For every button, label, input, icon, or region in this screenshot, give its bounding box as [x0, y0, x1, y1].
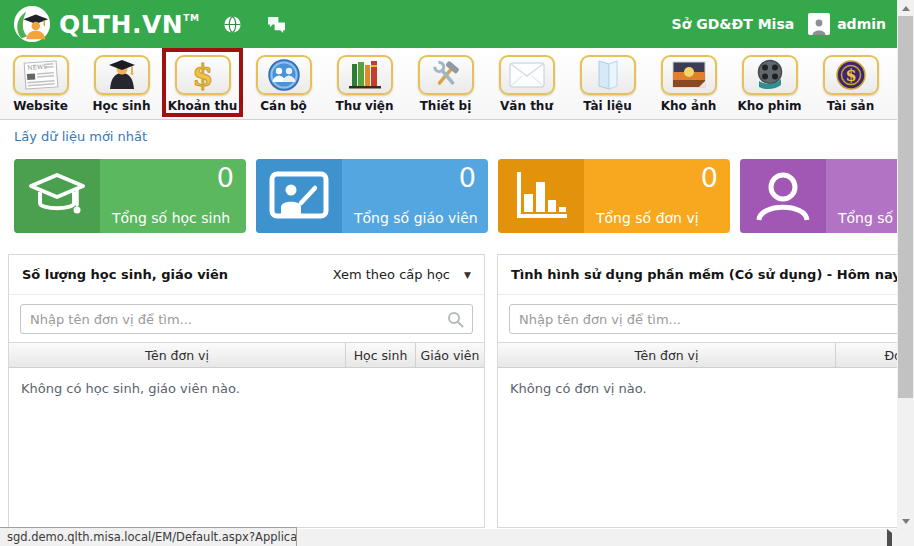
panel-title: Tình hình sử dụng phần mềm (Có sử dụng) …	[511, 267, 901, 282]
toolbar-item-label: Kho ảnh	[661, 99, 716, 113]
grid-header: Tên đơn vị Đơn vị	[498, 342, 914, 368]
stat-card-teachers[interactable]: 0 Tổng số giáo viên	[256, 159, 488, 233]
stat-label: Tổng số đơn vị	[596, 210, 699, 226]
graduation-cap-icon	[14, 159, 100, 233]
panel-students-teachers: Số lượng học sinh, giáo viên Xem theo cấ…	[8, 254, 485, 528]
panel-software-usage: Tình hình sử dụng phần mềm (Có sử dụng) …	[497, 254, 914, 528]
stat-label: Tổng số học sinh	[112, 210, 230, 226]
app-window: QLTH.VNTM Sở GD&ĐT Misa admin	[0, 0, 914, 546]
empty-message: Không có học sinh, giáo viên nào.	[9, 368, 484, 409]
scroll-down-arrow-icon[interactable]	[897, 513, 914, 529]
grid-header: Tên đơn vị Học sinh Giáo viên	[9, 342, 484, 368]
toolbar-item-label: Website	[13, 99, 68, 113]
stat-value: 0	[459, 162, 476, 193]
column-header-teachers: Giáo viên	[415, 343, 484, 367]
stat-label: Tổng số giáo viên	[354, 210, 478, 226]
globe-icon[interactable]	[223, 15, 242, 34]
org-name-label: Sở GD&ĐT Misa	[672, 16, 795, 32]
toolbar-item-label: Tài sản	[827, 99, 874, 113]
search-row	[9, 295, 484, 342]
toolbar-item-label: Tài liệu	[583, 99, 632, 113]
column-header-unit-name: Tên đơn vị	[498, 343, 835, 367]
vertical-scrollbar[interactable]	[897, 0, 914, 529]
search-icon[interactable]	[447, 311, 464, 332]
stat-card-students[interactable]: 0 Tổng số học sinh	[14, 159, 246, 233]
brand-title: QLTH.VNTM	[59, 12, 199, 37]
tools-icon	[418, 55, 474, 95]
toolbar-item-kho-phim[interactable]: Kho phim	[729, 48, 810, 119]
scrollbar-corner	[897, 529, 914, 546]
toolbar-item-hoc-sinh[interactable]: Học sinh	[81, 48, 162, 119]
toolbar-item-van-thu[interactable]: Văn thư	[486, 48, 567, 119]
folder-icon	[580, 55, 636, 95]
unit-search-input[interactable]	[509, 304, 914, 334]
stat-cards-row: 0 Tổng số học sinh 0 Tổng số giáo viên	[14, 159, 914, 233]
top-header: QLTH.VNTM Sở GD&ĐT Misa admin	[0, 0, 914, 48]
svg-text:$: $	[192, 58, 213, 93]
chat-icon[interactable]	[266, 16, 287, 33]
panel-title: Số lượng học sinh, giáo viên	[22, 267, 228, 282]
status-bar-link-preview: sgd.demo.qlth.misa.local/EM/Default.aspx…	[0, 527, 297, 546]
empty-message: Không có đơn vị nào.	[498, 368, 914, 409]
bar-chart-icon	[498, 159, 584, 233]
stat-card-users[interactable]: Tổng số n	[740, 159, 914, 233]
newspaper-icon: NEWS	[13, 55, 69, 95]
books-icon	[337, 55, 393, 95]
toolbar-item-can-bo[interactable]: Cán bộ	[243, 48, 324, 119]
refresh-data-link[interactable]: Lấy dữ liệu mới nhất	[14, 129, 147, 144]
user-avatar[interactable]	[808, 13, 830, 35]
photo-icon	[661, 55, 717, 95]
view-by-level-dropdown[interactable]: Xem theo cấp học	[333, 267, 450, 282]
stat-value: 0	[217, 162, 234, 193]
scrollbar-thumb[interactable]	[898, 16, 913, 398]
toolbar-item-label: Học sinh	[93, 99, 151, 113]
column-header-unit-name: Tên đơn vị	[9, 343, 345, 367]
unit-search-input[interactable]	[20, 304, 473, 334]
toolbar-item-website[interactable]: NEWS Website	[0, 48, 81, 119]
module-toolbar: NEWS Website Học sinh	[0, 48, 914, 120]
svg-text:$: $	[845, 66, 856, 85]
toolbar-item-label: Khoản thu	[168, 99, 238, 113]
qlth-logo-icon	[13, 5, 51, 43]
film-reel-icon	[742, 55, 798, 95]
toolbar-item-label: Thư viện	[335, 99, 393, 113]
graduate-student-icon	[94, 55, 150, 95]
scroll-right-arrow-icon[interactable]	[887, 533, 892, 546]
panel-header: Số lượng học sinh, giáo viên Xem theo cấ…	[9, 255, 484, 295]
search-row	[498, 295, 914, 342]
dollar-icon: $	[175, 55, 231, 95]
toolbar-item-khoan-thu[interactable]: $ Khoản thu	[162, 48, 243, 117]
envelope-icon	[499, 55, 555, 95]
toolbar-item-label: Cán bộ	[260, 99, 306, 113]
staff-group-icon	[256, 55, 312, 95]
toolbar-item-thiet-bi[interactable]: Thiết bị	[405, 48, 486, 119]
trademark-label: TM	[183, 13, 199, 23]
chevron-down-icon[interactable]: ▼	[464, 270, 471, 280]
toolbar-item-tai-san[interactable]: $ Tài sản	[810, 48, 891, 119]
username-label[interactable]: admin	[837, 16, 886, 32]
stat-value: 0	[701, 162, 718, 193]
column-header-students: Học sinh	[345, 343, 415, 367]
toolbar-item-tai-lieu[interactable]: Tài liệu	[567, 48, 648, 119]
toolbar-item-kho-anh[interactable]: Kho ảnh	[648, 48, 729, 119]
toolbar-item-label: Văn thư	[500, 99, 553, 113]
panel-header: Tình hình sử dụng phần mềm (Có sử dụng) …	[498, 255, 914, 295]
toolbar-item-label: Thiết bị	[420, 99, 472, 113]
header-right: Sở GD&ĐT Misa admin	[672, 13, 914, 35]
teacher-board-icon	[256, 159, 342, 233]
asset-coin-icon: $	[823, 55, 879, 95]
stat-card-units[interactable]: 0 Tổng số đơn vị	[498, 159, 730, 233]
user-icon	[740, 159, 826, 233]
toolbar-item-label: Kho phim	[737, 99, 801, 113]
toolbar-item-thu-vien[interactable]: Thư viện	[324, 48, 405, 119]
scroll-up-arrow-icon[interactable]	[897, 0, 914, 16]
